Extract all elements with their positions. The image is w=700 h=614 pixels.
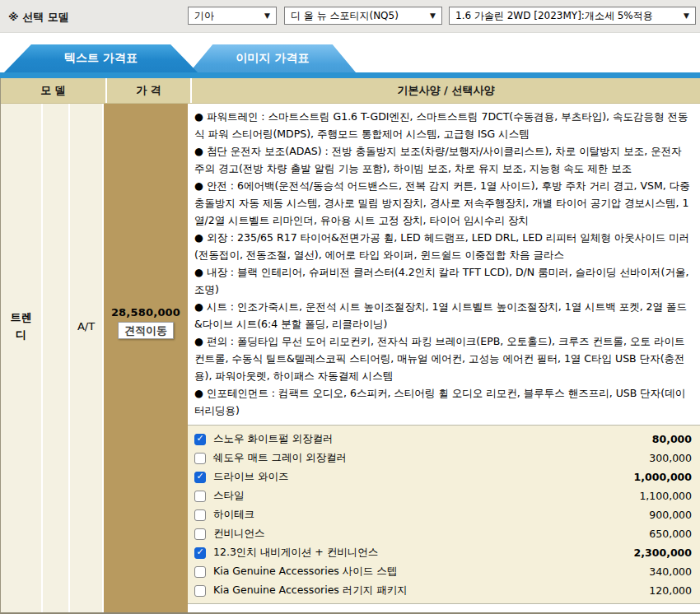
option-label: 드라이브 와이즈 [213,470,288,484]
option-checkbox[interactable] [194,585,206,597]
option-checkbox[interactable] [194,453,206,464]
model-selector-label: ※ 선택 모델 [8,10,69,25]
price-table: 모 델 가 격 기본사양 / 선택사양 트렌디 A/T 28,580,000 견… [0,78,700,614]
brand-select-value: 기아 [194,9,214,23]
option-price: 120,000 [649,584,692,597]
option-label: 스노우 화이트펄 외장컬러 [213,432,333,446]
spec-paragraph: ● 첨단 운전자 보조(ADAS) : 전방 충돌방지 보조(차량/보행자/사이… [194,142,693,177]
option-price: 2,300,000 [634,547,692,559]
option-price: 1,000,000 [634,471,692,483]
option-label: 쉐도우 매트 그레이 외장컬러 [213,451,347,465]
chevron-down-icon: ▼ [679,12,689,20]
trim-price: 28,580,000 [111,306,180,319]
series-select[interactable]: 디 올 뉴 스포티지(NQ5) ▼ [284,7,442,25]
spec-paragraph: ● 안전 : 6에어백(운전석/동승석 어드밴스드, 전복 감지 커튼, 1열 … [194,177,693,229]
spec-paragraph: ● 외장 : 235/65 R17 타이어&전면가공 휠, LED 헤드램프, … [194,229,693,263]
options-list: 스노우 화이트펄 외장컬러 80,000 쉐도우 매트 그레이 외장컬러 300… [188,425,700,604]
option-row: 하이테크 900,000 [194,505,692,524]
header-model: 모 델 [1,78,107,103]
option-checkbox[interactable] [194,491,206,502]
option-checkbox[interactable] [194,434,206,445]
spec-paragraph: ● 시트 : 인조가죽시트, 운전석 시트 높이조절장치, 1열 시트벨트 높이… [194,298,693,333]
price-view-tabs: 텍스트 가격표 이미지 가격표 [0,33,700,72]
option-row: 12.3인치 내비게이션 + 컨비니언스 2,300,000 [194,543,692,562]
option-label: 12.3인치 내비게이션 + 컨비니언스 [213,546,378,560]
spec-paragraph: ● 파워트레인 : 스마트스트림 G1.6 T-GDI엔진, 스마트스트림 7D… [194,108,693,142]
option-checkbox[interactable] [194,566,206,578]
option-row: 쉐도우 매트 그레이 외장컬러 300,000 [194,449,692,467]
option-row: 스타일 1,100,000 [194,486,692,505]
option-checkbox[interactable] [194,472,206,483]
specs-cell: ● 파워트레인 : 스마트스트림 G1.6 T-GDI엔진, 스마트스트림 7D… [188,104,700,612]
option-row: Kia Genuine Accessories 러기지 패키지 120,000 [194,581,692,600]
trim-select[interactable]: 1.6 가솔린 2WD [2023MY]:개소세 5%적용 ▼ [449,7,696,25]
option-price: 300,000 [649,452,692,464]
option-price: 340,000 [649,565,692,578]
option-label: 스타일 [213,489,245,503]
option-price: 80,000 [652,433,692,445]
option-price: 650,000 [649,528,692,540]
chevron-down-icon: ▼ [425,12,436,20]
header-price: 가 격 [107,78,192,103]
tab-text-price[interactable]: 텍스트 가격표 [4,44,198,72]
spec-paragraph: ● 내장 : 블랙 인테리어, 슈퍼비전 클러스터(4.2인치 칼라 TFT L… [194,263,693,298]
chevron-down-icon: ▼ [259,12,270,20]
option-checkbox[interactable] [194,528,206,540]
spec-paragraph: ● 편의 : 폴딩타입 무선 도어 리모컨키, 전자식 파킹 브레이크(EPB,… [194,333,693,384]
series-select-value: 디 올 뉴 스포티지(NQ5) [291,9,399,23]
spacer-cell [43,104,70,612]
option-row: Kia Genuine Accessories 사이드 스텝 340,000 [194,562,692,581]
spec-paragraph: ● 인포테인먼트 : 컴팩트 오디오, 6스피커, 스티어링 휠 오디오 리모컨… [194,384,693,419]
tab-underline-strip [0,72,700,78]
model-selector-bar: ※ 선택 모델 기아 ▼ 디 올 뉴 스포티지(NQ5) ▼ 1.6 가솔린 2… [0,0,700,33]
option-label: 컨비니언스 [213,527,265,541]
price-cell: 28,580,000 견적이동 [104,104,188,612]
price-config-page: ※ 선택 모델 기아 ▼ 디 올 뉴 스포티지(NQ5) ▼ 1.6 가솔린 2… [0,0,700,614]
option-label: 하이테크 [213,508,254,522]
price-table-header: 모 델 가 격 기본사양 / 선택사양 [1,78,700,104]
header-specs: 기본사양 / 선택사양 [192,78,700,103]
base-specs-text: ● 파워트레인 : 스마트스트림 G1.6 T-GDI엔진, 스마트스트림 7D… [188,104,700,421]
option-row: 드라이브 와이즈 1,000,000 [194,467,692,486]
quote-move-button[interactable]: 견적이동 [118,322,174,339]
table-row: 트렌디 A/T 28,580,000 견적이동 ● 파워트레인 : 스마트스트림… [1,104,700,612]
trim-select-value: 1.6 가솔린 2WD [2023MY]:개소세 5%적용 [455,9,653,23]
option-checkbox[interactable] [194,509,206,521]
option-row: 스노우 화이트펄 외장컬러 80,000 [194,430,692,449]
option-label: Kia Genuine Accessories 사이드 스텝 [213,565,397,579]
transmission-cell: A/T [70,104,104,612]
option-price: 900,000 [649,509,692,521]
option-label: Kia Genuine Accessories 러기지 패키지 [213,584,408,598]
option-checkbox[interactable] [194,547,206,559]
brand-select[interactable]: 기아 ▼ [188,7,277,25]
trim-name-cell: 트렌디 [1,104,43,612]
option-price: 1,100,000 [639,490,692,502]
tab-image-price[interactable]: 이미지 가격표 [189,44,356,72]
option-row: 컨비니언스 650,000 [194,524,692,543]
trim-name: 트렌디 [9,309,34,407]
